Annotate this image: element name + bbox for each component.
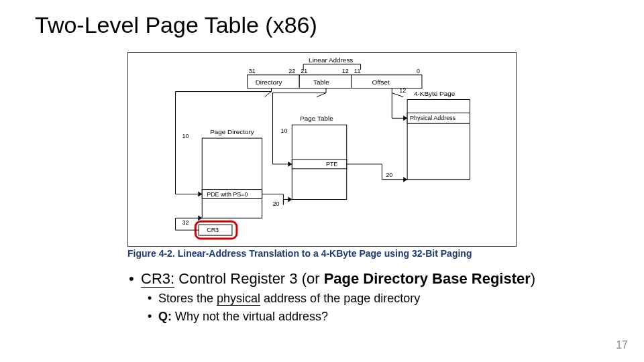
page-directory-label: Page Directory: [210, 128, 254, 135]
bullet-cr3-bold: Page Directory Base Register: [324, 270, 531, 287]
field-offset: Offset: [372, 78, 390, 86]
arrow-32: 32: [182, 219, 189, 226]
bullet-list: CR3: Control Register 3 (or Page Directo…: [129, 269, 585, 324]
bullet-cr3-rest: Control Register 3 (or: [174, 270, 324, 287]
bullet-cr3: CR3: Control Register 3 (or Page Directo…: [129, 269, 585, 288]
bullet-question-rest: Why not the virtual address?: [172, 310, 328, 323]
field-table: Table: [313, 78, 329, 86]
page-number: 17: [616, 339, 628, 351]
pde-label: PDE with PS=0: [207, 191, 248, 198]
cr3-label: CR3: [207, 227, 219, 233]
svg-marker-13: [403, 115, 407, 121]
figure-caption-prefix: Figure 4-2.: [127, 248, 178, 259]
bit-31: 31: [249, 68, 256, 74]
figure-caption-text: Linear-Address Translation to a 4-KByte …: [178, 248, 472, 259]
bullet-question-q: Q:: [158, 310, 172, 323]
pte-label: PTE: [326, 161, 337, 168]
svg-marker-18: [198, 215, 202, 221]
bullet-cr3-prefix: CR3:: [141, 270, 174, 288]
arrow-12: 12: [399, 87, 406, 94]
svg-marker-14: [288, 162, 292, 167]
svg-rect-10: [202, 138, 262, 218]
bit-21: 21: [301, 68, 307, 74]
bit-11: 11: [354, 68, 361, 74]
bullet-physical-post: address of the page directory: [260, 292, 420, 305]
svg-marker-15: [198, 192, 202, 197]
bit-12: 12: [342, 68, 349, 74]
bit-22: 22: [288, 68, 295, 74]
arrow-10a: 10: [182, 133, 189, 139]
field-directory: Directory: [256, 78, 282, 86]
page-table-label: Page Table: [300, 115, 333, 122]
four-kbyte-page-label: 4-KByte Page: [414, 90, 455, 97]
arrow-10b: 10: [280, 127, 287, 134]
bullet-physical-underline: physical: [217, 292, 260, 306]
bullet-physical: Stores the physical address of the page …: [129, 291, 585, 306]
arrow-20a: 20: [273, 200, 280, 207]
diagram-figure: Linear Address 31 22 21 12 11 0 Director…: [127, 52, 517, 247]
physical-address-label: Physical Address: [410, 115, 455, 121]
bullet-physical-pre: Stores the: [158, 292, 217, 305]
svg-marker-16: [288, 197, 292, 202]
svg-rect-9: [292, 160, 346, 169]
arrow-20b: 20: [386, 172, 392, 178]
bit-0: 0: [417, 68, 420, 74]
svg-rect-6: [407, 100, 470, 180]
svg-marker-17: [403, 177, 407, 182]
linear-address-label: Linear Address: [309, 56, 353, 64]
bullet-cr3-close: ): [531, 270, 535, 287]
figure-caption: Figure 4-2. Linear-Address Translation t…: [127, 248, 472, 259]
slide-title: Two-Level Page Table (x86): [0, 0, 644, 38]
bullet-question: Q: Why not the virtual address?: [129, 309, 585, 324]
paging-diagram-svg: Linear Address 31 22 21 12 11 0 Director…: [128, 53, 516, 246]
